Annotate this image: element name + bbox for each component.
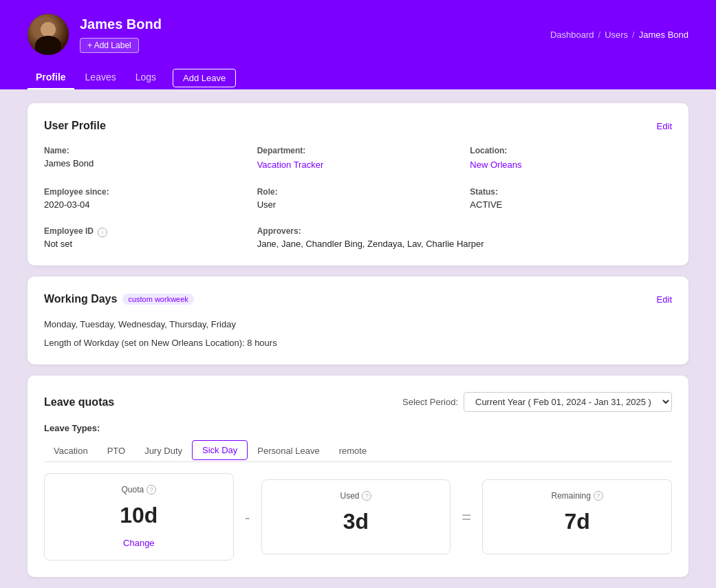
- leave-tab-pto[interactable]: PTO: [98, 442, 135, 461]
- leave-tab-personal-leave[interactable]: Personal Leave: [248, 442, 329, 461]
- working-days-edit-button[interactable]: Edit: [657, 294, 672, 305]
- tab-profile[interactable]: Profile: [28, 66, 74, 89]
- field-location-label: Location:: [470, 146, 672, 155]
- leave-quotas-card: Leave quotas Select Period: Current Year…: [28, 375, 688, 577]
- used-card: Used ? 3d: [261, 479, 451, 554]
- remaining-card-header: Remaining ?: [499, 491, 655, 501]
- field-role-value: User: [257, 199, 459, 210]
- breadcrumb-sep-1: /: [598, 30, 601, 40]
- used-card-header: Used ?: [279, 491, 434, 501]
- minus-operator: -: [234, 508, 261, 527]
- main-content: User Profile Edit Name: James Bond Depar…: [0, 89, 716, 588]
- leave-tab-jury-duty[interactable]: Jury Duty: [135, 442, 192, 461]
- leave-tab-vacation[interactable]: Vacation: [44, 442, 98, 461]
- used-value: 3d: [279, 509, 434, 534]
- field-employee-since-label: Employee since:: [44, 187, 246, 197]
- field-status-label: Status:: [470, 187, 672, 197]
- field-approvers-label: Approvers:: [257, 226, 672, 236]
- profile-grid: Name: James Bond Department: Vacation Tr…: [44, 146, 672, 249]
- remaining-label: Remaining: [551, 491, 590, 501]
- remaining-card: Remaining ? 7d: [482, 479, 672, 554]
- field-department-label: Department:: [257, 146, 459, 155]
- employee-id-info-icon[interactable]: i: [98, 228, 107, 237]
- add-leave-button[interactable]: Add Leave: [173, 69, 236, 87]
- tab-logs[interactable]: Logs: [127, 66, 164, 89]
- field-employee-id-value: Not set: [44, 239, 246, 249]
- field-name: Name: James Bond: [44, 146, 246, 171]
- header-top: James Bond + Add Label Dashboard / Users…: [28, 14, 688, 55]
- quota-row: Quota ? 10d Change - Used ? 3d = Remaini…: [44, 473, 672, 560]
- field-employee-id: Employee ID i Not set: [44, 226, 246, 249]
- field-location-value[interactable]: New Orleans: [470, 160, 521, 170]
- working-days-title-row: Working Days custom workweek: [44, 293, 194, 305]
- equals-operator: =: [451, 508, 482, 527]
- field-employee-since-value: 2020-03-04: [44, 199, 246, 210]
- field-employee-since: Employee since: 2020-03-04: [44, 187, 246, 210]
- field-role-label: Role:: [257, 187, 459, 197]
- select-period-label: Select Period:: [402, 397, 458, 407]
- leave-tabs: Vacation PTO Jury Duty Sick Day Personal…: [44, 440, 672, 462]
- field-approvers-value: Jane, Jane, Chandler Bing, Zendaya, Lav,…: [257, 239, 672, 249]
- leave-types-label: Leave Types:: [44, 423, 672, 433]
- user-profile-header: User Profile Edit: [44, 120, 672, 132]
- period-selector: Select Period: Current Year ( Feb 01, 20…: [402, 392, 672, 412]
- tab-leaves[interactable]: Leaves: [77, 66, 124, 89]
- header-username: James Bond: [80, 17, 162, 32]
- user-profile-card: User Profile Edit Name: James Bond Depar…: [28, 103, 688, 265]
- header-left: James Bond + Add Label: [28, 14, 162, 55]
- remaining-value: 7d: [499, 509, 655, 534]
- remaining-info-icon[interactable]: ?: [594, 491, 603, 501]
- field-status-value: ACTIVE: [470, 199, 672, 210]
- field-department: Department: Vacation Tracker: [257, 146, 459, 171]
- add-label-button[interactable]: + Add Label: [80, 38, 139, 53]
- quota-info-icon[interactable]: ?: [147, 485, 156, 494]
- quota-value: 10d: [61, 503, 217, 528]
- working-days-card: Working Days custom workweek Edit Monday…: [28, 276, 688, 364]
- period-select[interactable]: Current Year ( Feb 01, 2024 - Jan 31, 20…: [464, 392, 672, 412]
- header-user-info: James Bond + Add Label: [80, 17, 162, 53]
- working-days-text: Monday, Tuesday, Wednesday, Thursday, Fr…: [44, 319, 672, 329]
- user-profile-edit-button[interactable]: Edit: [657, 121, 672, 131]
- leave-quotas-header: Leave quotas Select Period: Current Year…: [44, 392, 672, 412]
- quota-card-header: Quota ?: [61, 485, 217, 494]
- custom-workweek-badge: custom workweek: [122, 294, 193, 305]
- breadcrumb: Dashboard / Users / James Bond: [550, 30, 688, 40]
- used-label: Used: [340, 491, 359, 501]
- avatar: [28, 14, 69, 55]
- employee-id-row: Employee ID i: [44, 226, 246, 239]
- field-role: Role: User: [257, 187, 459, 210]
- field-department-value[interactable]: Vacation Tracker: [257, 160, 324, 170]
- breadcrumb-current: James Bond: [639, 30, 688, 40]
- used-info-icon[interactable]: ?: [362, 491, 371, 501]
- field-approvers: Approvers: Jane, Jane, Chandler Bing, Ze…: [257, 226, 672, 249]
- breadcrumb-sep-2: /: [632, 30, 635, 40]
- workday-length-text: Length of Workday (set on New Orleans Lo…: [44, 338, 672, 348]
- header-nav: Profile Leaves Logs Add Leave: [28, 66, 688, 89]
- field-location: Location: New Orleans: [470, 146, 672, 171]
- field-name-label: Name:: [44, 146, 246, 155]
- leave-quotas-title: Leave quotas: [44, 396, 114, 409]
- field-employee-id-label: Employee ID: [44, 226, 94, 236]
- user-profile-title: User Profile: [44, 120, 106, 132]
- leave-tab-remote[interactable]: remote: [329, 442, 376, 461]
- leave-tab-sick-day[interactable]: Sick Day: [192, 440, 248, 460]
- header: James Bond + Add Label Dashboard / Users…: [0, 0, 716, 89]
- quota-change-link[interactable]: Change: [123, 538, 155, 548]
- field-status: Status: ACTIVE: [470, 187, 672, 210]
- breadcrumb-dashboard[interactable]: Dashboard: [550, 30, 594, 40]
- breadcrumb-users[interactable]: Users: [605, 30, 628, 40]
- quota-label: Quota: [121, 485, 144, 494]
- quota-card: Quota ? 10d Change: [44, 473, 234, 560]
- field-name-value: James Bond: [44, 158, 246, 168]
- working-days-title: Working Days: [44, 293, 117, 305]
- working-days-header: Working Days custom workweek Edit: [44, 293, 672, 305]
